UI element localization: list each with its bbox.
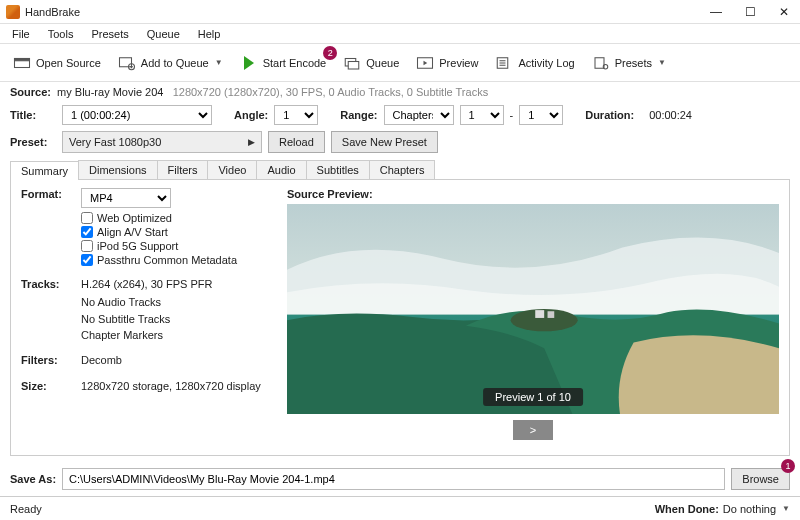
passthru-checkbox[interactable]: [81, 254, 93, 266]
preset-arrow-icon: ▶: [248, 137, 255, 147]
svg-rect-19: [535, 310, 544, 318]
range-mode-select[interactable]: Chapters: [384, 105, 454, 125]
presets-caret-icon: ▼: [658, 58, 666, 67]
range-from-select[interactable]: 1: [460, 105, 504, 125]
svg-rect-7: [348, 61, 359, 69]
format-label: Format:: [21, 188, 81, 208]
duration-value: 00:00:24: [649, 109, 692, 121]
preview-button[interactable]: Preview: [409, 51, 484, 75]
menu-file[interactable]: File: [4, 26, 38, 42]
tab-audio[interactable]: Audio: [256, 160, 306, 179]
ipod-checkbox[interactable]: [81, 240, 93, 252]
when-done-label: When Done:: [655, 503, 719, 515]
queue-icon: [342, 54, 362, 72]
reload-button[interactable]: Reload: [268, 131, 325, 153]
title-label: Title:: [10, 109, 56, 121]
tab-chapters[interactable]: Chapters: [369, 160, 436, 179]
start-encode-badge: 2: [323, 46, 337, 60]
svg-rect-20: [548, 311, 555, 318]
passthru-label: Passthru Common Metadata: [97, 254, 237, 266]
web-optimized-label: Web Optimized: [97, 212, 172, 224]
size-value: 1280x720 storage, 1280x720 display: [81, 380, 261, 392]
maximize-button[interactable]: ☐: [740, 5, 760, 19]
summary-panel: Format: MP4 Web Optimized Align A/V Star…: [10, 180, 790, 456]
presets-label: Presets: [615, 57, 652, 69]
menu-tools[interactable]: Tools: [40, 26, 82, 42]
activity-log-icon: [494, 54, 514, 72]
menu-help[interactable]: Help: [190, 26, 229, 42]
duration-label: Duration:: [585, 109, 634, 121]
svg-rect-14: [595, 57, 604, 68]
title-bar: HandBrake — ☐ ✕: [0, 0, 800, 24]
add-to-queue-label: Add to Queue: [141, 57, 209, 69]
browse-button[interactable]: Browse 1: [731, 468, 790, 490]
source-label: Source:: [10, 86, 51, 98]
tracks-line-1: No Audio Tracks: [81, 294, 271, 311]
preset-row: Preset: Very Fast 1080p30 ▶ Reload Save …: [0, 128, 800, 156]
ipod-label: iPod 5G Support: [97, 240, 178, 252]
range-separator: -: [510, 109, 514, 121]
start-encode-button[interactable]: Start Encode 2: [233, 51, 333, 75]
tracks-line-3: Chapter Markers: [81, 327, 271, 344]
when-done-caret-icon: ▼: [782, 504, 790, 513]
start-encode-label: Start Encode: [263, 57, 327, 69]
tab-dimensions[interactable]: Dimensions: [78, 160, 157, 179]
align-av-label: Align A/V Start: [97, 226, 168, 238]
menu-bar: File Tools Presets Queue Help: [0, 24, 800, 44]
source-name: my Blu-ray Movie 204: [57, 86, 163, 98]
title-row: Title: 1 (00:00:24) Angle: 1 Range: Chap…: [0, 102, 800, 128]
tracks-line-2: No Subtitle Tracks: [81, 311, 271, 328]
window-title: HandBrake: [25, 6, 80, 18]
preset-value: Very Fast 1080p30: [69, 136, 161, 148]
activity-log-label: Activity Log: [518, 57, 574, 69]
format-select[interactable]: MP4: [81, 188, 171, 208]
svg-rect-2: [119, 57, 131, 66]
size-label: Size:: [21, 380, 81, 392]
tab-subtitles[interactable]: Subtitles: [306, 160, 370, 179]
queue-label: Queue: [366, 57, 399, 69]
open-source-button[interactable]: Open Source: [6, 51, 107, 75]
close-button[interactable]: ✕: [774, 5, 794, 19]
open-source-label: Open Source: [36, 57, 101, 69]
save-as-input[interactable]: [62, 468, 725, 490]
svg-marker-9: [424, 60, 428, 65]
preview-next-button[interactable]: >: [513, 420, 553, 440]
menu-queue[interactable]: Queue: [139, 26, 188, 42]
svg-rect-1: [15, 58, 30, 60]
queue-button[interactable]: Queue: [336, 51, 405, 75]
add-to-queue-button[interactable]: Add to Queue ▼: [111, 51, 229, 75]
status-bar: Ready When Done: Do nothing ▼: [0, 496, 800, 520]
status-text: Ready: [10, 503, 42, 515]
tab-filters[interactable]: Filters: [157, 160, 209, 179]
preset-select[interactable]: Very Fast 1080p30 ▶: [62, 131, 262, 153]
range-to-select[interactable]: 1: [519, 105, 563, 125]
app-logo-icon: [6, 5, 20, 19]
align-av-checkbox[interactable]: [81, 226, 93, 238]
preview-counter-badge: Preview 1 of 10: [483, 388, 583, 406]
tracks-label: Tracks:: [21, 278, 81, 290]
save-new-preset-button[interactable]: Save New Preset: [331, 131, 438, 153]
filters-label: Filters:: [21, 354, 81, 366]
browse-badge: 1: [781, 459, 795, 473]
tabs: Summary Dimensions Filters Video Audio S…: [10, 160, 790, 180]
play-icon: [239, 54, 259, 72]
minimize-button[interactable]: —: [706, 5, 726, 19]
open-source-icon: [12, 54, 32, 72]
title-select[interactable]: 1 (00:00:24): [62, 105, 212, 125]
add-to-queue-caret-icon: ▼: [215, 58, 223, 67]
preview-icon: [415, 54, 435, 72]
tab-video[interactable]: Video: [207, 160, 257, 179]
web-optimized-checkbox[interactable]: [81, 212, 93, 224]
when-done-value[interactable]: Do nothing: [723, 503, 776, 515]
presets-icon: [591, 54, 611, 72]
source-details: 1280x720 (1280x720), 30 FPS, 0 Audio Tra…: [173, 86, 489, 98]
tab-summary[interactable]: Summary: [10, 161, 79, 180]
angle-select[interactable]: 1: [274, 105, 318, 125]
presets-button[interactable]: Presets ▼: [585, 51, 672, 75]
source-preview-label: Source Preview:: [287, 188, 779, 200]
save-as-label: Save As:: [10, 473, 56, 485]
preset-label: Preset:: [10, 136, 56, 148]
activity-log-button[interactable]: Activity Log: [488, 51, 580, 75]
menu-presets[interactable]: Presets: [83, 26, 136, 42]
preview-label: Preview: [439, 57, 478, 69]
